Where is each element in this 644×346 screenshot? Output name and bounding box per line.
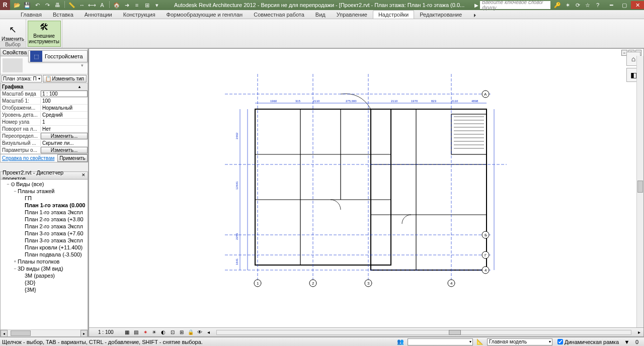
scroll-left-icon[interactable]: ◂	[1, 330, 8, 337]
tab-конструкция[interactable]: Конструкция	[118, 10, 161, 19]
tree-twisty-icon[interactable]: −	[13, 189, 18, 194]
temp-hide-icon[interactable]: 👁	[196, 329, 204, 336]
lock-icon[interactable]: 🔒	[187, 329, 195, 336]
property-row[interactable]: Поворот на л...Нет	[1, 126, 88, 133]
drawing-canvas[interactable]: 1 2 3 4 А Б Г 4 19603152110 275,00021101…	[89, 49, 643, 336]
open-icon[interactable]: 📂	[13, 1, 21, 9]
switch-window-icon[interactable]: ▾	[153, 1, 161, 9]
close-button[interactable]: ✕	[631, 1, 644, 9]
title-next-icon[interactable]: ▶	[473, 3, 480, 8]
property-input[interactable]	[41, 91, 88, 97]
tree-node[interactable]: План подвала (-3.500)	[1, 251, 88, 258]
properties-help-link[interactable]: Справка по свойствам	[1, 154, 57, 162]
search-input[interactable]: Введите ключевое слово/фразу	[480, 1, 550, 9]
select-count-icon[interactable]: 0	[632, 338, 641, 345]
arrow-icon[interactable]: ➜	[123, 1, 131, 9]
sync-icon[interactable]: ⟳	[574, 1, 582, 9]
sun-path-icon[interactable]: ☀	[150, 329, 158, 336]
save-icon[interactable]: 💾	[23, 1, 31, 9]
visual-style-icon[interactable]: ✶	[141, 329, 149, 336]
tree-node[interactable]: 3М (разрез)	[1, 272, 88, 279]
canvas-vscroll[interactable]	[636, 56, 643, 327]
shadows-icon[interactable]: ◐	[159, 329, 168, 336]
edit-type-button[interactable]: 📋 Изменить тип	[43, 75, 87, 82]
minimize-button[interactable]: ━	[605, 1, 618, 9]
tab-редактирование[interactable]: Редактирование	[414, 10, 467, 19]
tab-главная[interactable]: Главная	[15, 10, 47, 19]
tab-формообразующие-и-генплан[interactable]: Формообразующие и генплан	[161, 10, 249, 19]
tree-twisty-icon[interactable]: +	[13, 259, 18, 264]
model-graphics-icon[interactable]: ▦	[123, 329, 131, 336]
vscroll-thumb[interactable]	[637, 181, 643, 193]
filter-icon[interactable]: ▼	[622, 338, 631, 345]
browser-header[interactable]: Проект2.rvt - Диспетчер проектов ✕	[0, 171, 88, 180]
tree-node[interactable]: −Планы этажей	[1, 188, 88, 195]
tree-node[interactable]: План 1-го этажа Экспл	[1, 209, 88, 216]
property-row[interactable]: Визуальный ...Скрытие ли...	[1, 140, 88, 147]
tab-надстройки[interactable]: Надстройки	[373, 10, 414, 19]
tree-node[interactable]: −⊙Виды (все)	[1, 181, 88, 188]
workset-combo[interactable]	[408, 338, 473, 345]
crop-visible-icon[interactable]: ⊞	[178, 329, 186, 336]
tree-node[interactable]: {3D}	[1, 279, 88, 286]
dimension-icon[interactable]: ⟷	[88, 1, 96, 9]
tree-node[interactable]: План 2-го этажа (+3.80	[1, 216, 88, 223]
detail-level-icon[interactable]: ▤	[132, 329, 140, 336]
tab-вставка[interactable]: Вставка	[47, 10, 79, 19]
design-options-icon[interactable]: 📐	[475, 338, 485, 345]
app-menu-button[interactable]: R	[0, 0, 10, 10]
exchange-icon[interactable]: ✶	[564, 1, 572, 9]
property-edit-button[interactable]: Изменить...	[41, 147, 88, 153]
tab-совместная-работа[interactable]: Совместная работа	[248, 10, 310, 19]
tree-node[interactable]: План 1-го этажа (0.000	[1, 202, 88, 209]
view-icon[interactable]: 🏠	[113, 1, 121, 9]
measure-icon[interactable]: 📏	[68, 1, 76, 9]
view-scale[interactable]: 1 : 100	[89, 329, 123, 335]
tree-twisty-icon[interactable]: −	[6, 182, 11, 187]
scroll-thumb[interactable]	[11, 330, 31, 336]
scroll-right-icon[interactable]: ▸	[80, 330, 88, 337]
undo-icon[interactable]: ↶	[33, 1, 41, 9]
help-icon[interactable]: ?	[594, 1, 602, 9]
tree-node[interactable]: {3М}	[1, 286, 88, 293]
tree-twisty-icon[interactable]: −	[13, 266, 18, 271]
property-row[interactable]: Уровень дета...Средний	[1, 112, 88, 119]
tab-аннотации[interactable]: Аннотации	[79, 10, 118, 19]
external-tools-button[interactable]: 🛠 Внешние инструменты	[28, 21, 61, 47]
redo-icon[interactable]: ↷	[43, 1, 51, 9]
subscription-icon[interactable]: 🔑	[553, 1, 561, 9]
property-row[interactable]: Масштаб 1:100	[1, 98, 88, 105]
print-icon[interactable]: 🖶	[53, 1, 61, 9]
text-icon[interactable]: A	[98, 1, 106, 9]
thin-lines-icon[interactable]: ≡	[133, 1, 141, 9]
tab-вид[interactable]: Вид	[310, 10, 331, 19]
hscroll-thumb[interactable]	[449, 330, 461, 335]
tree-node[interactable]: −3D виды (3М вид)	[1, 265, 88, 272]
type-dropdown-icon[interactable]: ▾	[81, 63, 86, 68]
property-row[interactable]: Отображени...Нормальный	[1, 105, 88, 112]
tree-node[interactable]: +Планы потолков	[1, 258, 88, 265]
property-row[interactable]: Масштаб вида	[1, 91, 88, 98]
favorite-icon[interactable]: ☆	[584, 1, 592, 9]
apply-button[interactable]: Применить	[57, 154, 88, 162]
browser-close-icon[interactable]: ✕	[80, 172, 87, 179]
workset-icon[interactable]: 👥	[396, 338, 405, 345]
property-edit-button[interactable]: Изменить...	[41, 133, 88, 139]
tree-node[interactable]: ГП	[1, 195, 88, 202]
graphics-section[interactable]: Графика	[1, 83, 88, 91]
property-row[interactable]: Номер узла1	[1, 119, 88, 126]
tree-node[interactable]: План 3-го этажа (+7.60	[1, 230, 88, 237]
ribbon-toggle-icon[interactable]: ⏵	[467, 11, 483, 19]
dynamic-frame-checkbox[interactable]	[557, 339, 563, 344]
reveal-icon[interactable]: ◂	[205, 329, 213, 336]
model-combo[interactable]: Главная модель	[487, 338, 552, 345]
property-row[interactable]: Переопредел...Изменить...	[1, 133, 88, 140]
browser-hscroll[interactable]: ◂ ▸	[1, 329, 88, 336]
tree-node[interactable]: План 3-го этажа Экспл	[1, 237, 88, 244]
addon-panel[interactable]: ⬚ Госстройсмета	[28, 50, 88, 62]
type-selector[interactable]: План этажа: П	[2, 75, 42, 82]
tree-node[interactable]: План 2-го этажа Экспл	[1, 223, 88, 230]
crop-icon[interactable]: ⊡	[169, 329, 177, 336]
tab-управление[interactable]: Управление	[331, 10, 373, 19]
tree-node[interactable]: План кровли (+11.400)	[1, 244, 88, 251]
